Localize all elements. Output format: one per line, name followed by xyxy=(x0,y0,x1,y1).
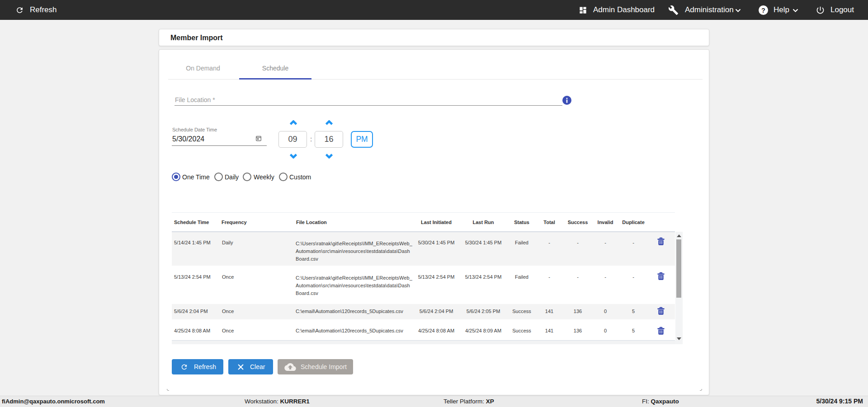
svg-text:?: ? xyxy=(761,6,765,14)
